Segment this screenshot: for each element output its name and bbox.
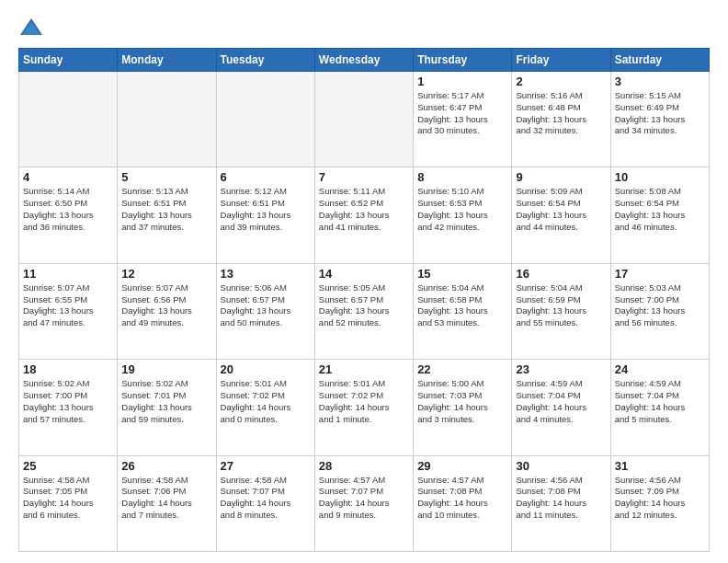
calendar-cell — [216, 72, 314, 167]
day-number: 11 — [23, 267, 113, 281]
day-number: 17 — [615, 267, 705, 281]
logo — [18, 15, 48, 40]
calendar-cell: 29Sunrise: 4:57 AM Sunset: 7:08 PM Dayli… — [414, 455, 512, 551]
calendar-cell: 4Sunrise: 5:14 AM Sunset: 6:50 PM Daylig… — [19, 167, 118, 263]
day-info: Sunrise: 5:15 AM Sunset: 6:49 PM Dayligh… — [615, 90, 705, 137]
calendar-cell: 25Sunrise: 4:58 AM Sunset: 7:05 PM Dayli… — [19, 455, 118, 551]
day-info: Sunrise: 4:56 AM Sunset: 7:09 PM Dayligh… — [615, 475, 705, 522]
day-number: 14 — [319, 267, 409, 281]
day-number: 27 — [221, 459, 311, 473]
day-info: Sunrise: 5:02 AM Sunset: 7:00 PM Dayligh… — [23, 378, 113, 425]
day-number: 22 — [417, 362, 507, 376]
day-info: Sunrise: 5:16 AM Sunset: 6:48 PM Dayligh… — [516, 90, 606, 137]
calendar-cell: 7Sunrise: 5:11 AM Sunset: 6:52 PM Daylig… — [314, 167, 413, 263]
calendar-cell: 5Sunrise: 5:13 AM Sunset: 6:51 PM Daylig… — [118, 167, 216, 263]
day-info: Sunrise: 5:11 AM Sunset: 6:52 PM Dayligh… — [319, 186, 409, 233]
day-info: Sunrise: 5:07 AM Sunset: 6:56 PM Dayligh… — [121, 282, 211, 329]
calendar-cell: 31Sunrise: 4:56 AM Sunset: 7:09 PM Dayli… — [610, 455, 709, 551]
calendar-cell: 3Sunrise: 5:15 AM Sunset: 6:49 PM Daylig… — [610, 72, 709, 167]
page: SundayMondayTuesdayWednesdayThursdayFrid… — [0, 0, 728, 563]
day-number: 16 — [516, 267, 606, 281]
day-info: Sunrise: 5:00 AM Sunset: 7:03 PM Dayligh… — [417, 378, 507, 425]
day-number: 21 — [319, 362, 409, 376]
calendar-cell: 27Sunrise: 4:58 AM Sunset: 7:07 PM Dayli… — [216, 455, 314, 551]
day-number: 26 — [121, 459, 211, 473]
weekday-header-thursday: Thursday — [414, 49, 512, 72]
day-number: 13 — [221, 267, 311, 281]
calendar-cell: 26Sunrise: 4:58 AM Sunset: 7:06 PM Dayli… — [118, 455, 216, 551]
calendar-cell: 11Sunrise: 5:07 AM Sunset: 6:55 PM Dayli… — [19, 263, 118, 359]
day-number: 3 — [615, 75, 705, 88]
day-info: Sunrise: 5:04 AM Sunset: 6:58 PM Dayligh… — [417, 282, 507, 329]
calendar-cell: 6Sunrise: 5:12 AM Sunset: 6:51 PM Daylig… — [216, 167, 314, 263]
day-info: Sunrise: 5:12 AM Sunset: 6:51 PM Dayligh… — [221, 186, 311, 233]
day-info: Sunrise: 5:17 AM Sunset: 6:47 PM Dayligh… — [417, 90, 507, 137]
calendar-cell — [19, 72, 118, 167]
day-number: 20 — [221, 362, 311, 376]
day-number: 25 — [23, 459, 113, 473]
day-info: Sunrise: 4:59 AM Sunset: 7:04 PM Dayligh… — [516, 378, 606, 425]
calendar-cell: 10Sunrise: 5:08 AM Sunset: 6:54 PM Dayli… — [610, 167, 709, 263]
day-number: 2 — [516, 75, 606, 88]
logo-icon — [18, 15, 44, 40]
day-number: 7 — [319, 170, 409, 184]
day-number: 19 — [121, 362, 211, 376]
calendar-cell: 24Sunrise: 4:59 AM Sunset: 7:04 PM Dayli… — [610, 360, 709, 455]
calendar-cell: 18Sunrise: 5:02 AM Sunset: 7:00 PM Dayli… — [19, 360, 118, 455]
day-info: Sunrise: 5:05 AM Sunset: 6:57 PM Dayligh… — [319, 282, 409, 329]
calendar-cell: 9Sunrise: 5:09 AM Sunset: 6:54 PM Daylig… — [512, 167, 610, 263]
day-number: 28 — [319, 459, 409, 473]
calendar-cell — [314, 72, 413, 167]
day-info: Sunrise: 4:57 AM Sunset: 7:07 PM Dayligh… — [319, 475, 409, 522]
weekday-header-tuesday: Tuesday — [216, 49, 314, 72]
day-info: Sunrise: 4:59 AM Sunset: 7:04 PM Dayligh… — [615, 378, 705, 425]
day-info: Sunrise: 5:07 AM Sunset: 6:55 PM Dayligh… — [23, 282, 113, 329]
calendar-cell: 21Sunrise: 5:01 AM Sunset: 7:02 PM Dayli… — [314, 360, 413, 455]
day-info: Sunrise: 5:09 AM Sunset: 6:54 PM Dayligh… — [516, 186, 606, 233]
day-number: 6 — [221, 170, 311, 184]
weekday-header-monday: Monday — [118, 49, 216, 72]
calendar-cell: 17Sunrise: 5:03 AM Sunset: 7:00 PM Dayli… — [610, 263, 709, 359]
day-number: 1 — [417, 75, 507, 88]
calendar-cell: 23Sunrise: 4:59 AM Sunset: 7:04 PM Dayli… — [512, 360, 610, 455]
day-number: 9 — [516, 170, 606, 184]
day-info: Sunrise: 5:06 AM Sunset: 6:57 PM Dayligh… — [221, 282, 311, 329]
day-info: Sunrise: 4:58 AM Sunset: 7:05 PM Dayligh… — [23, 475, 113, 522]
day-info: Sunrise: 5:08 AM Sunset: 6:54 PM Dayligh… — [615, 186, 705, 233]
day-number: 30 — [516, 459, 606, 473]
day-number: 10 — [615, 170, 705, 184]
day-number: 18 — [23, 362, 113, 376]
day-info: Sunrise: 4:57 AM Sunset: 7:08 PM Dayligh… — [417, 475, 507, 522]
calendar-table: SundayMondayTuesdayWednesdayThursdayFrid… — [18, 48, 710, 552]
day-number: 4 — [23, 170, 113, 184]
weekday-header-sunday: Sunday — [19, 49, 118, 72]
day-info: Sunrise: 4:56 AM Sunset: 7:08 PM Dayligh… — [516, 475, 606, 522]
calendar-cell: 1Sunrise: 5:17 AM Sunset: 6:47 PM Daylig… — [414, 72, 512, 167]
day-number: 31 — [615, 459, 705, 473]
weekday-header-row: SundayMondayTuesdayWednesdayThursdayFrid… — [19, 49, 710, 72]
calendar-cell: 14Sunrise: 5:05 AM Sunset: 6:57 PM Dayli… — [314, 263, 413, 359]
week-row-2: 11Sunrise: 5:07 AM Sunset: 6:55 PM Dayli… — [19, 263, 710, 359]
day-info: Sunrise: 4:58 AM Sunset: 7:06 PM Dayligh… — [121, 475, 211, 522]
day-info: Sunrise: 5:13 AM Sunset: 6:51 PM Dayligh… — [121, 186, 211, 233]
calendar-cell: 20Sunrise: 5:01 AM Sunset: 7:02 PM Dayli… — [216, 360, 314, 455]
day-number: 29 — [417, 459, 507, 473]
calendar-cell: 22Sunrise: 5:00 AM Sunset: 7:03 PM Dayli… — [414, 360, 512, 455]
day-info: Sunrise: 5:04 AM Sunset: 6:59 PM Dayligh… — [516, 282, 606, 329]
day-info: Sunrise: 5:02 AM Sunset: 7:01 PM Dayligh… — [121, 378, 211, 425]
calendar-cell: 13Sunrise: 5:06 AM Sunset: 6:57 PM Dayli… — [216, 263, 314, 359]
day-info: Sunrise: 5:10 AM Sunset: 6:53 PM Dayligh… — [417, 186, 507, 233]
week-row-0: 1Sunrise: 5:17 AM Sunset: 6:47 PM Daylig… — [19, 72, 710, 167]
day-number: 8 — [417, 170, 507, 184]
calendar-cell: 15Sunrise: 5:04 AM Sunset: 6:58 PM Dayli… — [414, 263, 512, 359]
calendar-cell: 30Sunrise: 4:56 AM Sunset: 7:08 PM Dayli… — [512, 455, 610, 551]
calendar-cell: 16Sunrise: 5:04 AM Sunset: 6:59 PM Dayli… — [512, 263, 610, 359]
week-row-4: 25Sunrise: 4:58 AM Sunset: 7:05 PM Dayli… — [19, 455, 710, 551]
day-info: Sunrise: 5:14 AM Sunset: 6:50 PM Dayligh… — [23, 186, 113, 233]
day-number: 5 — [121, 170, 211, 184]
day-number: 24 — [615, 362, 705, 376]
day-number: 23 — [516, 362, 606, 376]
calendar-cell: 28Sunrise: 4:57 AM Sunset: 7:07 PM Dayli… — [314, 455, 413, 551]
calendar-cell: 12Sunrise: 5:07 AM Sunset: 6:56 PM Dayli… — [118, 263, 216, 359]
day-info: Sunrise: 5:01 AM Sunset: 7:02 PM Dayligh… — [221, 378, 311, 425]
